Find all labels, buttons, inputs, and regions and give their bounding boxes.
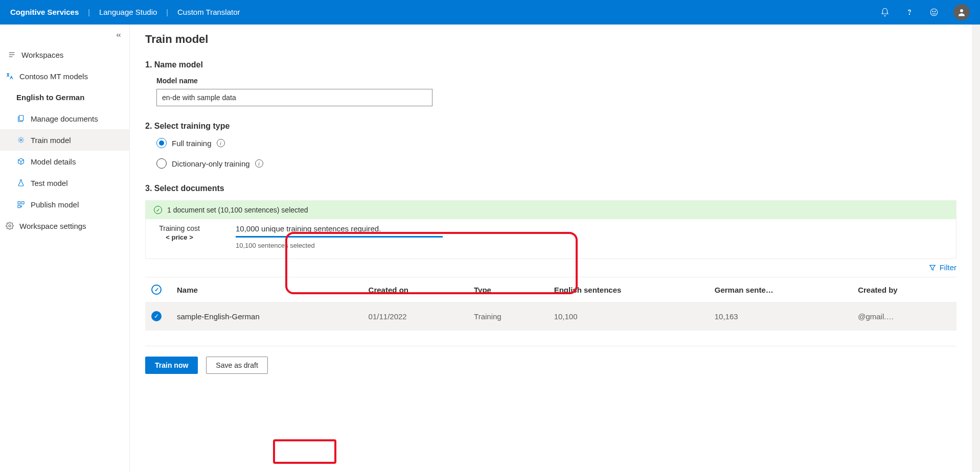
sidebar-item-label: Model details [31,157,76,166]
radio-icon [156,138,167,148]
radio-label: Dictionary-only training [172,159,250,168]
col-created-on[interactable]: Created on [362,277,468,302]
col-created-by[interactable]: Created by [852,277,956,302]
cube-icon [16,157,26,166]
radio-label: Full training [172,139,212,148]
radio-icon [156,158,167,169]
info-icon[interactable]: i [255,159,263,168]
collapse-nav-button[interactable] [0,30,129,44]
cell-created-on: 01/11/2022 [362,302,468,331]
model-name-input[interactable] [156,89,432,106]
col-german-sentences[interactable]: German sente… [709,277,852,302]
topbar: Cognitive Services | Language Studio | C… [0,0,980,25]
breadcrumb-section[interactable]: Language Studio [90,0,166,25]
layout: Workspaces Contoso MT models English to … [0,25,980,472]
model-name-label: Model name [156,77,956,85]
filter-row: Filter [145,263,956,272]
radio-full-training[interactable]: Full training i [156,138,956,148]
sidebar-item-label: Manage documents [31,114,98,123]
publish-icon [16,200,26,209]
breadcrumb-brand[interactable]: Cognitive Services [10,0,88,25]
sidebar-item-model-details[interactable]: Model details [0,151,129,172]
training-cost-label: Training cost [154,224,205,232]
svg-rect-8 [19,115,24,121]
training-cost-row: Training cost < price > 10,000 unique tr… [146,219,956,258]
save-draft-button[interactable]: Save as draft [206,357,268,374]
section-heading: 1. Name model [145,60,956,69]
sidebar: Workspaces Contoso MT models English to … [0,25,130,472]
notifications-icon[interactable] [880,7,890,17]
svg-point-13 [9,225,11,227]
train-now-button[interactable]: Train now [145,357,198,374]
svg-point-9 [20,139,22,141]
sidebar-item-label: Workspace settings [19,222,86,230]
sidebar-item-settings[interactable]: Workspace settings [0,215,129,237]
breadcrumb-page[interactable]: Custom Translator [168,0,249,25]
selection-banner: ✓ 1 document set (10,100 sentences) sele… [146,201,956,219]
main-content: Train model 1. Name model Model name 2. … [130,25,972,472]
list-icon [7,50,16,59]
svg-point-4 [960,9,963,12]
sidebar-item-label: English to German [16,93,84,102]
info-icon[interactable]: i [217,139,225,147]
sidebar-item-publish-model[interactable]: Publish model [0,194,129,215]
selection-banner-text: 1 document set (10,100 sentences) select… [167,206,308,214]
filter-button[interactable]: Filter [928,263,956,272]
col-english-sentences[interactable]: English sentences [548,277,709,302]
svg-point-2 [932,11,933,12]
sidebar-item-test-model[interactable]: Test model [0,172,129,194]
documents-table: ✓ Name Created on Type English sentences… [145,277,956,331]
select-all-checkbox[interactable]: ✓ [151,285,162,295]
translate-icon [5,72,14,81]
section-heading: 3. Select documents [145,184,956,193]
cell-german-sentences: 10,163 [709,302,852,331]
documents-summary-panel: ✓ 1 document set (10,100 sentences) sele… [145,200,956,259]
train-icon [16,135,26,145]
svg-point-1 [930,9,938,16]
cell-created-by: @gmail.… [852,302,956,331]
sidebar-item-label: Workspaces [21,51,63,59]
feedback-icon[interactable] [929,7,939,17]
scrollbar[interactable] [972,25,980,472]
avatar[interactable] [953,4,970,20]
page-title: Train model [145,33,956,46]
flask-icon [16,178,26,187]
training-cost: Training cost < price > [154,224,205,241]
training-progress: 10,000 unique training sentences require… [236,224,443,249]
breadcrumb: Cognitive Services | Language Studio | C… [10,0,249,25]
sentences-required: 10,000 unique training sentences require… [236,224,443,233]
progress-bar [236,236,443,238]
topbar-actions [880,4,970,20]
table-header-row: ✓ Name Created on Type English sentences… [145,277,956,302]
section-heading: 2. Select training type [145,122,956,131]
sidebar-item-project[interactable]: English to German [0,87,129,108]
sentences-selected: 10,100 sentences selected [236,242,443,249]
training-cost-value: < price > [154,233,205,241]
col-type[interactable]: Type [468,277,548,302]
sidebar-item-label: Train model [31,136,71,145]
sidebar-item-train-model[interactable]: Train model [0,129,129,151]
filter-icon [928,264,937,272]
check-circle-icon: ✓ [154,206,162,214]
action-bar: Train now Save as draft [145,346,956,381]
documents-icon [16,114,26,123]
section-select-documents: 3. Select documents ✓ 1 document set (10… [145,184,956,259]
section-name-model: 1. Name model Model name [145,60,956,106]
col-name[interactable]: Name [171,277,362,302]
radio-dictionary-training[interactable]: Dictionary-only training i [156,158,956,169]
table-row[interactable]: ✓ sample-English-German 01/11/2022 Train… [145,302,956,331]
cell-type: Training [468,302,548,331]
sidebar-item-label: Contoso MT models [19,72,88,81]
help-icon[interactable] [904,7,915,17]
svg-point-0 [909,14,909,14]
gear-icon [5,221,14,230]
svg-rect-12 [18,205,20,208]
row-checkbox[interactable]: ✓ [151,311,162,321]
svg-rect-10 [18,202,20,204]
sidebar-item-workspaces[interactable]: Workspaces [0,44,129,65]
cell-name: sample-English-German [171,302,362,331]
sidebar-item-workspace[interactable]: Contoso MT models [0,65,129,87]
sidebar-item-label: Publish model [31,200,79,209]
sidebar-item-manage-documents[interactable]: Manage documents [0,108,129,129]
filter-label: Filter [940,263,956,272]
